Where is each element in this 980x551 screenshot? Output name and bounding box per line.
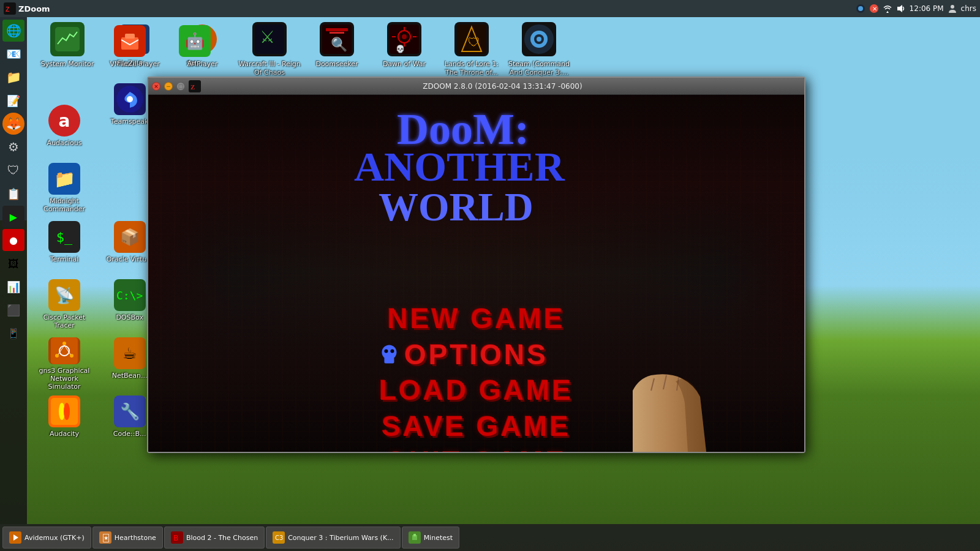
- steam-icon: [524, 24, 554, 54]
- desktop-icon-lands-of-lore[interactable]: 🛡 Lands of Lore 1: The Throne of...: [438, 17, 505, 80]
- taskbar-bottom: Avidemux (GTK+) 🃏 Hearthstone B Blood 2 …: [0, 524, 980, 551]
- taskbar-app-minetest[interactable]: Minetest: [402, 527, 459, 549]
- desktop-icon-steam[interactable]: Steam (Command And Conquer 3:...: [505, 17, 573, 80]
- svg-text:C3: C3: [275, 534, 283, 541]
- sidebar-icon-red[interactable]: ●: [2, 229, 24, 251]
- zdoom-icon-label: Z ZDoom: [4, 2, 50, 15]
- teamspeak-icon-svg: [116, 86, 143, 113]
- desktop-icon-warcraft3[interactable]: ⚔ Warcraft III - Reign Of Chaos: [236, 17, 303, 80]
- taskbar-app-conquer3[interactable]: C3 Conquer 3 : Tiberium Wars (K...: [266, 527, 400, 549]
- svg-point-30: [537, 37, 541, 42]
- doom-title-svg: DooM: ANOTHER WORLD: [323, 101, 630, 223]
- taskbar-top: Z ZDoom ✕ 12:06 P: [0, 0, 980, 17]
- sidebar-icon-monitor[interactable]: ⬛: [2, 299, 24, 321]
- sidebar-icon-files[interactable]: 📁: [2, 66, 24, 88]
- menu-item-new-game[interactable]: New Game: [387, 303, 565, 334]
- close-tray-icon: ✕: [869, 4, 879, 13]
- svg-text:WORLD: WORLD: [379, 185, 533, 223]
- filezilla-icon-svg: [116, 28, 143, 54]
- lands-of-lore-icon: 🛡: [457, 24, 486, 54]
- svg-point-3: [858, 6, 863, 11]
- game-logo: DooM: ANOTHER WORLD: [323, 101, 630, 225]
- menu-item-container-quit-game: Quit Game: [385, 446, 567, 452]
- sidebar-icon-settings[interactable]: ⚙: [2, 136, 24, 158]
- zdoom-logo-icon: Z: [4, 2, 16, 15]
- desktop-icon-doomseeker[interactable]: 🔍 Doomseeker: [303, 17, 371, 71]
- sidebar-icon-web[interactable]: 🌐: [2, 20, 24, 42]
- menu-item-container-new-game: New Game: [387, 303, 565, 334]
- zdoom-window: × − □ Z ZDOOM 2.8.0 (2016-02-04 13:31:47…: [147, 77, 805, 453]
- menu-item-save-game[interactable]: Save Game: [382, 411, 571, 442]
- svg-text:💀: 💀: [396, 44, 405, 53]
- svg-text:Z: Z: [6, 6, 10, 13]
- desktop-icon-audacity[interactable]: Audacity: [34, 392, 95, 450]
- desktop-icon-terminal[interactable]: $_ Terminal: [34, 217, 95, 276]
- game-menu: New Game Options Load: [379, 303, 573, 452]
- dawn-of-war-icon: 💀: [390, 24, 419, 54]
- conquer3-taskbar-label: Conquer 3 : Tiberium Wars (K...: [288, 534, 393, 542]
- desktop-icon-cisco[interactable]: 📡 Cisco Packet Tracer: [34, 276, 95, 334]
- sidebar-icon-shield[interactable]: 🛡: [2, 159, 24, 181]
- sidebar-icon-terminal[interactable]: ▶: [2, 206, 24, 228]
- gns3-label: gns3 Graphical Network Simulator: [37, 367, 92, 391]
- svg-rect-18: [326, 28, 348, 31]
- doomseeker-icon: 🔍: [322, 24, 352, 54]
- desktop-icon-dawn-of-war[interactable]: 💀 Dawn of War: [371, 17, 438, 71]
- svg-rect-43: [125, 34, 135, 39]
- sidebar-icon-firefox[interactable]: 🦊: [2, 113, 24, 135]
- svg-point-33: [62, 342, 66, 345]
- svg-point-56: [390, 349, 394, 353]
- clock-display: 12:06 PM: [910, 4, 944, 13]
- warcraft3-label: Warcraft III - Reign Of Chaos: [238, 60, 301, 78]
- svg-point-22: [402, 34, 407, 39]
- midnight-label: Midnight Commander: [37, 197, 92, 213]
- svg-point-40: [64, 403, 70, 420]
- svg-text:🃏: 🃏: [102, 534, 110, 542]
- svg-text:🔍: 🔍: [331, 36, 348, 53]
- svg-marker-6: [897, 5, 902, 12]
- desktop-icon-gns3[interactable]: gns3 Graphical Network Simulator: [34, 334, 95, 392]
- gns3-icon-svg: [51, 337, 78, 364]
- svg-text:🛡: 🛡: [468, 35, 480, 50]
- desktop-icon-audacious[interactable]: a Audacious: [34, 101, 95, 159]
- audacious-label: Audacious: [47, 139, 82, 147]
- desktop-icon-filezilla[interactable]: FileZilla: [99, 21, 160, 80]
- desktop-icon-an[interactable]: 🤖 An...: [164, 21, 225, 80]
- close-icon: ×: [154, 83, 159, 89]
- sidebar-left: 🌐 📧 📁 📝 🦊 ⚙ 🛡 📋 ▶ ● 🖼: [0, 17, 27, 524]
- oracle-label: Oracle Virtu...: [107, 255, 153, 263]
- menu-item-load-game[interactable]: Load Game: [379, 375, 573, 406]
- steam-tray-icon: [856, 4, 865, 13]
- taskbar-app-avidemux[interactable]: Avidemux (GTK+): [2, 527, 91, 549]
- avidemux-taskbar-label: Avidemux (GTK+): [24, 534, 85, 542]
- window-minimize-button[interactable]: −: [164, 82, 173, 91]
- menu-item-container-options: Options: [404, 339, 548, 370]
- minetest-icon: [409, 531, 421, 544]
- window-maximize-button[interactable]: □: [176, 82, 185, 91]
- blood2-icon: B: [171, 531, 183, 544]
- user-icon: [948, 4, 957, 13]
- codeblocks-label: Code::B...: [113, 430, 146, 438]
- sidebar-icon-image[interactable]: 🖼: [2, 252, 24, 274]
- minetest-taskbar-label: Minetest: [424, 534, 453, 542]
- sidebar-icon-mobile[interactable]: 📱: [2, 322, 24, 344]
- taskbar-app-hearthstone[interactable]: 🃏 Hearthstone: [92, 527, 163, 549]
- svg-point-45: [127, 96, 133, 102]
- an-label: An...: [187, 59, 203, 67]
- wifi-icon: [883, 4, 892, 13]
- desktop-icon-midnight[interactable]: 📁 Midnight Commander: [34, 159, 95, 217]
- sidebar-icon-text[interactable]: 📝: [2, 89, 24, 111]
- menu-item-quit-game[interactable]: Quit Game: [385, 446, 567, 452]
- hearthstone-icon: 🃏: [99, 531, 111, 544]
- menu-item-options[interactable]: Options: [404, 339, 548, 370]
- netbeans-label: NetBean...: [112, 372, 148, 380]
- sidebar-icon-note[interactable]: 📋: [2, 182, 24, 204]
- taskbar-app-blood2[interactable]: B Blood 2 - The Chosen: [164, 527, 265, 549]
- minimize-icon: −: [166, 83, 171, 89]
- svg-rect-54: [384, 357, 394, 363]
- menu-item-container-save-game: Save Game: [382, 411, 571, 442]
- sidebar-icon-chart[interactable]: 📊: [2, 276, 24, 298]
- dawn-of-war-label: Dawn of War: [383, 60, 426, 69]
- sidebar-icon-email[interactable]: 📧: [2, 43, 24, 65]
- window-close-button[interactable]: ×: [152, 82, 160, 91]
